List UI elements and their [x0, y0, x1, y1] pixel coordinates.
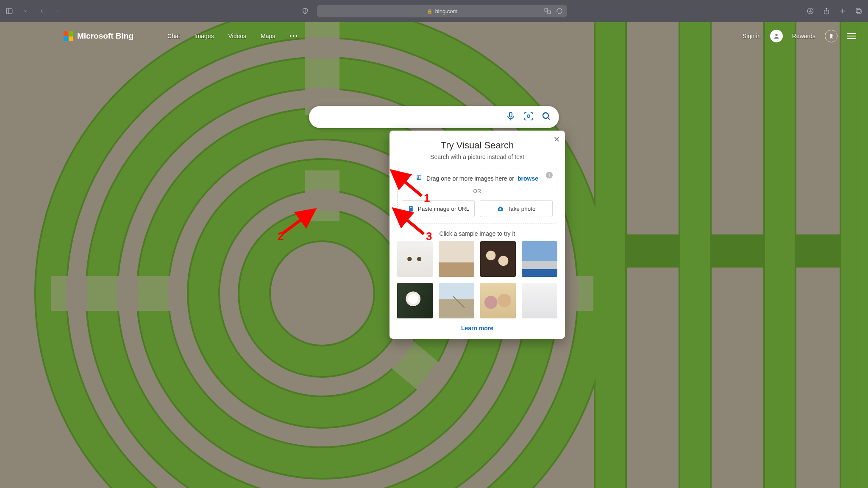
sidebar-toggle-icon[interactable] [5, 7, 14, 15]
visual-search-subtitle: Search with a picture instead of text [397, 153, 557, 160]
info-icon[interactable]: i [546, 172, 553, 178]
nav-link-videos[interactable]: Videos [228, 33, 247, 39]
microsoft-logo-icon [64, 31, 73, 41]
hero: Microsoft Bing Chat Images Videos Maps •… [0, 22, 868, 488]
address-host: bing.com [435, 8, 458, 14]
learn-more-link[interactable]: Learn more [461, 325, 493, 332]
nav-link-images[interactable]: Images [195, 33, 214, 39]
mic-icon[interactable] [506, 111, 516, 123]
search-input[interactable] [320, 113, 506, 121]
browser-toolbar: 🔒 bing.com [0, 0, 868, 22]
visual-search-panel: ✕ Try Visual Search Search with a pictur… [389, 131, 565, 339]
svg-point-48 [500, 208, 502, 210]
search-bar [309, 106, 559, 128]
visual-search-icon[interactable] [523, 111, 534, 123]
forward-icon[interactable] [53, 7, 62, 15]
svg-point-46 [418, 177, 419, 178]
svg-rect-12 [856, 8, 860, 13]
lock-icon: 🔒 [427, 8, 433, 14]
sample-grid [397, 241, 557, 318]
take-photo-button[interactable]: Take photo [480, 200, 553, 217]
drop-text: Drag one or more images here or [426, 175, 514, 182]
shield-icon[interactable] [301, 7, 309, 15]
bing-logo[interactable]: Microsoft Bing [64, 31, 134, 41]
rewards-badge-icon[interactable] [825, 30, 837, 42]
paste-url-label: Paste image or URL [418, 206, 470, 212]
svg-rect-11 [857, 9, 861, 14]
sample-image[interactable] [439, 283, 474, 318]
svg-point-38 [775, 34, 777, 36]
svg-point-39 [830, 34, 832, 36]
svg-point-43 [543, 113, 548, 118]
image-drop-icon [416, 174, 423, 182]
nav-link-maps[interactable]: Maps [261, 33, 275, 39]
share-icon[interactable] [822, 7, 831, 15]
brand-text: Microsoft Bing [77, 31, 134, 41]
rewards-link[interactable]: Rewards [792, 33, 815, 39]
take-photo-label: Take photo [507, 206, 535, 212]
sample-hint: Click a sample image to try it [397, 230, 557, 237]
nav-more-icon[interactable]: ••• [289, 33, 298, 39]
or-divider: OR [402, 188, 553, 194]
back-icon[interactable] [37, 7, 46, 15]
search-icon[interactable] [541, 111, 551, 123]
svg-rect-47 [410, 207, 412, 207]
paste-url-button[interactable]: Paste image or URL [402, 200, 475, 217]
svg-line-44 [548, 117, 550, 120]
svg-point-42 [527, 115, 530, 117]
signin-link[interactable]: Sign in [743, 33, 761, 39]
sample-image[interactable] [439, 241, 474, 277]
address-bar[interactable]: 🔒 bing.com [317, 5, 567, 17]
reload-icon[interactable] [555, 7, 564, 15]
drop-zone[interactable]: i Drag one or more images here or browse… [397, 168, 557, 223]
svg-rect-0 [6, 8, 12, 14]
nav-link-chat[interactable]: Chat [167, 33, 180, 39]
sample-image[interactable] [480, 241, 516, 277]
svg-rect-40 [509, 112, 512, 117]
translate-icon[interactable] [543, 7, 552, 15]
close-icon[interactable]: ✕ [554, 135, 560, 144]
sample-image[interactable] [480, 283, 516, 318]
avatar-icon[interactable] [770, 30, 783, 42]
sample-image[interactable] [522, 241, 557, 277]
visual-search-title: Try Visual Search [397, 140, 557, 151]
browse-link[interactable]: browse [517, 175, 538, 182]
bing-nav: Microsoft Bing Chat Images Videos Maps •… [0, 30, 868, 42]
hamburger-icon[interactable] [847, 33, 856, 39]
svg-rect-3 [545, 8, 548, 11]
tabs-icon[interactable] [854, 7, 863, 15]
new-tab-icon[interactable] [838, 7, 847, 15]
svg-rect-4 [548, 11, 551, 14]
sample-image[interactable] [522, 283, 557, 318]
sample-image[interactable] [397, 283, 433, 318]
downloads-icon[interactable] [806, 7, 815, 15]
toolbar-menu-chevron-icon[interactable] [21, 7, 30, 15]
nav-links: Chat Images Videos Maps [167, 33, 275, 39]
sample-image[interactable] [397, 241, 433, 277]
